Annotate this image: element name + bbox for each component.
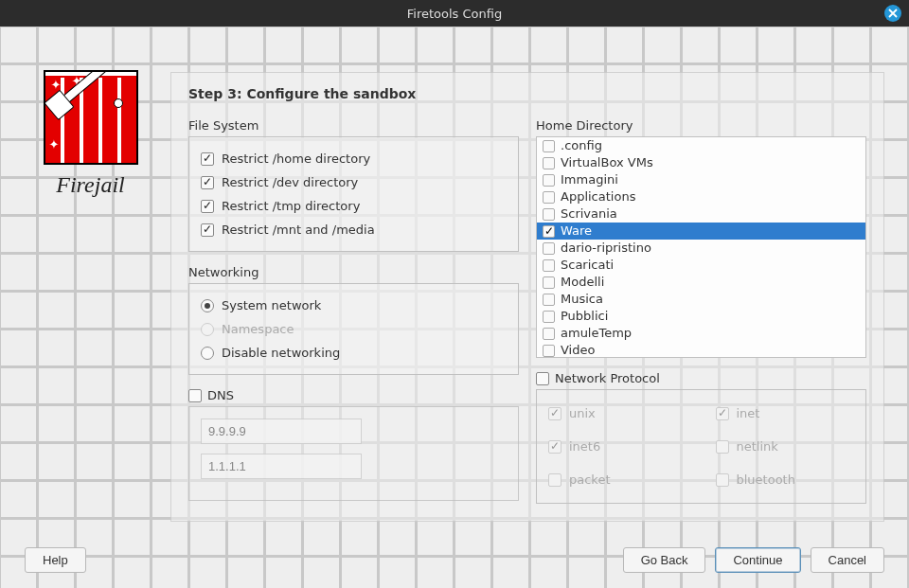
networking-option[interactable]: Disable networking xyxy=(201,341,507,365)
homedir-item[interactable]: Applications xyxy=(537,188,865,205)
netproto-option: inet6 xyxy=(548,435,687,458)
netproto-option-label: inet6 xyxy=(569,439,600,454)
homedir-item-checkbox[interactable] xyxy=(543,174,555,187)
filesystem-checkbox[interactable] xyxy=(201,152,214,166)
dns-input-2[interactable] xyxy=(201,454,362,479)
netproto-checkbox xyxy=(716,440,729,454)
filesystem-option-label: Restrict /mnt and /media xyxy=(222,223,375,237)
networking-option-label: Namespace xyxy=(222,322,294,336)
titlebar: Firetools Config xyxy=(0,0,909,27)
homedir-item-checkbox[interactable] xyxy=(543,328,555,340)
filesystem-label: File System xyxy=(188,118,519,133)
networking-option: Namespace xyxy=(201,317,507,341)
filesystem-option[interactable]: Restrict /dev directory xyxy=(201,170,507,194)
homedir-item-checkbox[interactable] xyxy=(543,311,555,323)
networking-option-label: System network xyxy=(222,298,321,312)
netproto-option: bluetooth xyxy=(716,468,855,491)
dns-input-1[interactable] xyxy=(201,419,362,444)
homedir-item[interactable]: Musica xyxy=(537,291,865,308)
continue-button[interactable]: Continue xyxy=(715,547,800,573)
dns-enable-checkbox[interactable] xyxy=(188,389,202,402)
netproto-enable-checkbox[interactable] xyxy=(536,372,549,385)
homedir-item[interactable]: Scrivania xyxy=(537,205,865,223)
homedir-item-label: amuleTemp xyxy=(561,326,632,341)
homedir-item-checkbox[interactable] xyxy=(543,294,555,306)
netproto-option-label: bluetooth xyxy=(737,472,795,487)
filesystem-checkbox[interactable] xyxy=(201,223,214,237)
filesystem-option[interactable]: Restrict /home directory xyxy=(201,147,507,170)
step-title: Step 3: Configure the sandbox xyxy=(188,86,866,101)
homedir-item-checkbox[interactable] xyxy=(543,140,555,152)
homedir-item[interactable]: Modelli xyxy=(537,274,865,291)
filesystem-option-label: Restrict /dev directory xyxy=(222,175,358,189)
content-area: ✦✦✦ Firejail Step 3: Configure the sandb… xyxy=(0,27,909,588)
homedir-item-label: Ware xyxy=(561,223,592,239)
homedir-item-checkbox[interactable] xyxy=(543,276,555,289)
netproto-option-label: unix xyxy=(569,406,596,420)
filesystem-option[interactable]: Restrict /tmp directory xyxy=(201,194,507,218)
homedir-item-label: dario-ripristino xyxy=(561,241,651,256)
networking-radio xyxy=(201,323,214,336)
homedir-item-label: Modelli xyxy=(561,275,604,290)
homedir-item-checkbox[interactable] xyxy=(543,225,555,238)
close-icon xyxy=(888,9,898,18)
filesystem-checkbox[interactable] xyxy=(201,200,214,213)
help-button[interactable]: Help xyxy=(25,547,86,573)
homedir-item-label: VirtualBox VMs xyxy=(561,155,653,170)
homedir-item-checkbox[interactable] xyxy=(543,242,555,255)
homedir-item[interactable]: Pubblici xyxy=(537,308,865,325)
filesystem-checkbox[interactable] xyxy=(201,176,214,189)
dns-group xyxy=(188,406,519,501)
netproto-label: Network Protocol xyxy=(555,371,660,385)
homedir-item-label: Video xyxy=(561,343,595,358)
cancel-button[interactable]: Cancel xyxy=(811,547,884,573)
dns-label: DNS xyxy=(207,388,234,402)
homedir-item-checkbox[interactable] xyxy=(543,208,555,221)
homedir-item[interactable]: Ware xyxy=(537,223,865,240)
netproto-checkbox xyxy=(548,473,561,487)
homedir-item[interactable]: amuleTemp xyxy=(537,325,865,342)
netproto-checkbox xyxy=(716,473,729,487)
homedir-item-checkbox[interactable] xyxy=(543,157,555,169)
homedir-item-label: Immagini xyxy=(561,172,618,187)
homedir-item-checkbox[interactable] xyxy=(543,259,555,272)
homedir-item-label: Scaricati xyxy=(561,258,614,273)
networking-radio[interactable] xyxy=(201,299,214,312)
filesystem-option-label: Restrict /home directory xyxy=(222,151,370,166)
homedir-listbox[interactable]: .configVirtualBox VMsImmaginiApplication… xyxy=(536,136,866,358)
homedir-item[interactable]: dario-ripristino xyxy=(537,240,865,257)
config-panel: Step 3: Configure the sandbox File Syste… xyxy=(170,72,884,522)
netproto-checkbox xyxy=(716,407,729,420)
close-button[interactable] xyxy=(884,5,901,22)
networking-radio[interactable] xyxy=(201,347,214,360)
homedir-item-label: Pubblici xyxy=(561,309,608,324)
homedir-item-checkbox[interactable] xyxy=(543,191,555,204)
netproto-option-label: packet xyxy=(569,472,611,487)
homedir-item[interactable]: Immagini xyxy=(537,171,865,188)
homedir-item-label: .config xyxy=(561,138,602,153)
logo-area: ✦✦✦ Firejail xyxy=(36,70,145,198)
firejail-logo-icon: ✦✦✦ xyxy=(44,70,138,165)
netproto-option: inet xyxy=(716,401,855,425)
homedir-item-checkbox[interactable] xyxy=(543,345,555,357)
homedir-item[interactable]: VirtualBox VMs xyxy=(537,154,865,171)
netproto-checkbox xyxy=(548,440,561,454)
logo-caption: Firejail xyxy=(36,172,145,198)
homedir-item-label: Applications xyxy=(561,189,635,205)
networking-group: System networkNamespaceDisable networkin… xyxy=(188,283,519,375)
netproto-option: netlink xyxy=(716,435,855,458)
goback-button[interactable]: Go Back xyxy=(623,547,706,573)
homedir-item-label: Musica xyxy=(561,292,603,307)
filesystem-group: Restrict /home directoryRestrict /dev di… xyxy=(188,136,519,252)
netproto-group: unixinetinet6netlinkpacketbluetooth xyxy=(536,389,866,504)
networking-option-label: Disable networking xyxy=(222,346,340,360)
networking-option[interactable]: System network xyxy=(201,294,507,317)
netproto-option: unix xyxy=(548,401,687,425)
window-title: Firetools Config xyxy=(407,7,502,21)
homedir-item[interactable]: Scaricati xyxy=(537,257,865,274)
netproto-checkbox xyxy=(548,407,561,420)
homedir-item[interactable]: Video xyxy=(537,342,865,358)
homedir-item-label: Scrivania xyxy=(561,206,617,222)
homedir-item[interactable]: .config xyxy=(537,137,865,154)
filesystem-option[interactable]: Restrict /mnt and /media xyxy=(201,218,507,241)
